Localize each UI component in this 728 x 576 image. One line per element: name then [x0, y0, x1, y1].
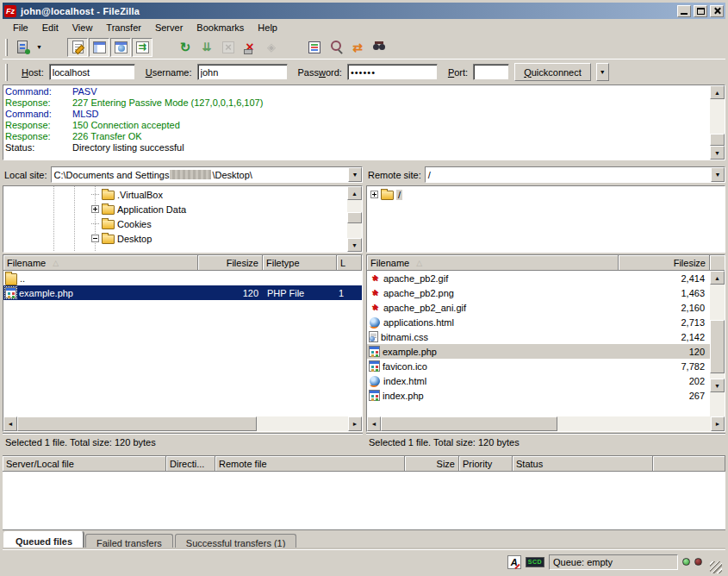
site-manager-button[interactable] [12, 38, 33, 57]
tree-expander[interactable] [91, 191, 99, 198]
file-row[interactable]: apache_pb2.png 1,463 [367, 285, 710, 300]
file-row[interactable]: favicon.ico 7,782 [367, 359, 710, 373]
remote-list-scroll-thumb[interactable] [710, 320, 725, 373]
tree-expander[interactable] [91, 205, 99, 213]
local-list-scroll-thumb[interactable] [17, 416, 257, 431]
file-row[interactable]: index.html 202 [367, 373, 710, 388]
tree-item[interactable]: / [367, 187, 725, 202]
local-list-hscrollbar[interactable]: ◄ ► [3, 416, 362, 431]
menu-item[interactable]: Transfer [99, 21, 148, 34]
queue-column-direction[interactable]: Directi... [166, 456, 215, 472]
quickconnect-button[interactable]: Quickconnect [514, 63, 591, 81]
file-row[interactable]: .. [3, 271, 362, 285]
minimize-button[interactable] [677, 5, 691, 17]
tree-item[interactable]: .VirtualBox [3, 187, 347, 202]
ascii-datatype-icon[interactable]: A [507, 555, 521, 569]
remote-list-hscrollbar[interactable]: ◄ ► [367, 416, 725, 431]
file-row[interactable]: example.php 120 PHP File 1 [3, 285, 362, 300]
toolbar-button[interactable] [369, 38, 389, 57]
tree-expander[interactable] [91, 220, 99, 228]
scroll-down-icon[interactable]: ▼ [710, 146, 725, 160]
toolbar-button[interactable] [67, 38, 88, 57]
tree-expander[interactable] [370, 191, 378, 198]
queue-tab[interactable]: Failed transfers [85, 534, 173, 549]
toolbar-button[interactable] [326, 38, 346, 57]
toolbar-button[interactable] [132, 38, 152, 57]
queue-column-priority[interactable]: Priority [459, 456, 513, 472]
scroll-up-icon[interactable]: ▲ [710, 271, 725, 285]
toolbar-button[interactable] [283, 38, 303, 57]
toolbar-button[interactable] [240, 38, 260, 57]
queue-column-remote-file[interactable]: Remote file [215, 456, 405, 472]
column-header-lastmodified[interactable]: L [337, 255, 362, 271]
quickconnect-dropdown[interactable]: ▼ [596, 63, 609, 81]
tree-item[interactable]: Cookies [3, 216, 347, 231]
scroll-down-icon[interactable]: ▼ [347, 238, 362, 252]
file-row[interactable]: example.php 120 [367, 344, 710, 359]
resize-grip[interactable] [710, 561, 722, 573]
file-row[interactable]: apache_pb2_ani.gif 2,160 [367, 300, 710, 315]
username-input[interactable] [197, 64, 288, 80]
toolbar-button[interactable] [89, 38, 109, 57]
scroll-up-icon[interactable]: ▲ [347, 186, 362, 200]
file-row[interactable]: bitnami.css 2,142 [367, 329, 710, 344]
queue-tab[interactable]: Queued files [4, 531, 84, 549]
local-tree-scroll-thumb[interactable] [347, 212, 362, 223]
toolbar-button[interactable] [218, 38, 239, 57]
toolbar-button[interactable] [46, 38, 66, 57]
column-header-filesize[interactable]: Filesize [619, 255, 710, 271]
tree-item[interactable]: Desktop [3, 231, 347, 246]
menu-item[interactable]: Help [251, 21, 284, 34]
remote-combo-dropdown-icon[interactable]: ▼ [711, 167, 725, 182]
toolbar-button[interactable] [153, 38, 174, 57]
column-header-filesize[interactable]: Filesize [198, 255, 263, 271]
queue-column-server-local[interactable]: Server/Local file [3, 456, 166, 472]
column-header-filename[interactable]: Filename△ [367, 255, 619, 271]
tree-expander[interactable] [91, 235, 99, 242]
remote-list-scroll-thumb-h[interactable] [381, 416, 557, 431]
host-input[interactable] [49, 64, 135, 80]
remote-list-scrollbar[interactable]: ▲ ▼ [710, 271, 725, 416]
port-input[interactable] [473, 64, 509, 80]
queue-tab[interactable]: Successful transfers (1) [175, 534, 297, 549]
file-type-icon [369, 287, 381, 299]
maximize-button[interactable] [694, 5, 707, 17]
close-button[interactable] [710, 5, 724, 17]
password-input[interactable] [347, 64, 438, 80]
column-header-filename[interactable]: Filename△ [3, 255, 198, 271]
scroll-down-icon[interactable]: ▼ [710, 379, 725, 392]
local-site-combo[interactable]: C:\Documents and Settings\Desktop\ ▼ [51, 166, 363, 183]
toolbar-button[interactable] [196, 38, 217, 57]
toolbar-button[interactable] [175, 38, 196, 57]
menu-bar: FileEditViewTransferServerBookmarksHelp [3, 19, 725, 35]
log-scrollbar[interactable]: ▲ ▼ [710, 85, 725, 160]
speed-limit-icon[interactable]: SCD [526, 557, 544, 567]
menu-item[interactable]: Server [148, 21, 190, 34]
scroll-right-icon[interactable]: ► [348, 416, 362, 431]
toolbar-button[interactable] [304, 38, 325, 57]
queue-column-status[interactable]: Status [513, 456, 653, 472]
toolbar-button[interactable] [110, 38, 131, 57]
queue-column-size[interactable]: Size [405, 456, 459, 472]
menu-item[interactable]: Bookmarks [190, 21, 251, 34]
local-combo-dropdown-icon[interactable]: ▼ [348, 167, 362, 182]
tree-item[interactable]: Application Data [3, 202, 347, 216]
menu-item[interactable]: File [6, 21, 35, 34]
scroll-left-icon[interactable]: ◄ [3, 416, 17, 431]
menu-item[interactable]: View [65, 21, 100, 34]
file-row[interactable]: index.php 267 [367, 388, 710, 403]
scroll-left-icon[interactable]: ◄ [367, 416, 381, 431]
file-row[interactable]: apache_pb2.gif 2,414 [367, 271, 710, 285]
queue-list[interactable] [3, 472, 725, 530]
scroll-right-icon[interactable]: ► [711, 416, 725, 431]
local-tree-scrollbar[interactable]: ▲ ▼ [347, 186, 362, 252]
log-scroll-thumb[interactable] [710, 134, 725, 146]
site-manager-dropdown[interactable]: ▼ [34, 38, 45, 57]
toolbar-button[interactable] [261, 38, 282, 57]
file-row[interactable]: applications.html 2,713 [367, 315, 710, 329]
menu-item[interactable]: Edit [35, 21, 65, 34]
remote-site-combo[interactable]: / ▼ [425, 166, 725, 183]
scroll-up-icon[interactable]: ▲ [710, 85, 725, 99]
toolbar-button[interactable] [347, 38, 368, 57]
column-header-filetype[interactable]: Filetype [263, 255, 337, 271]
